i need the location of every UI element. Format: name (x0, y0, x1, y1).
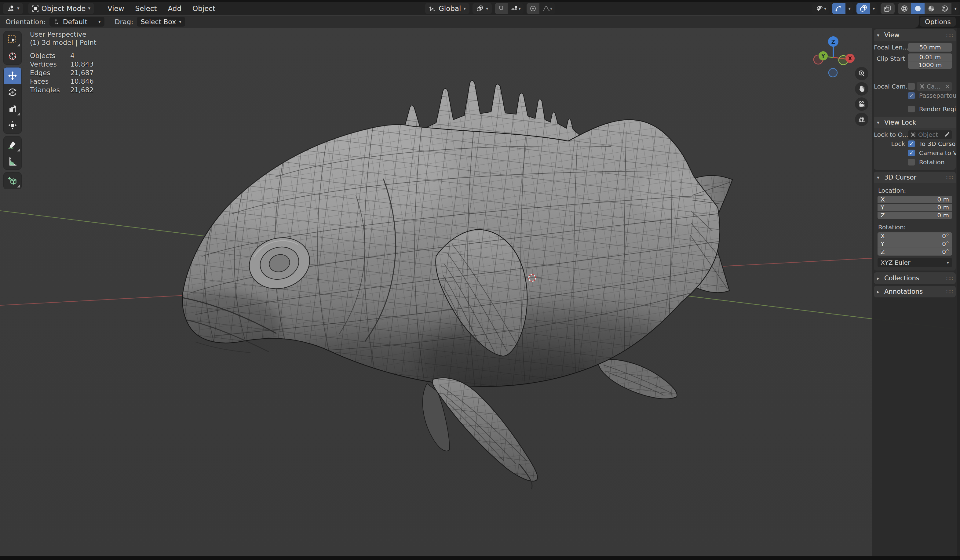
panel-3d-cursor-title: 3D Cursor (884, 174, 916, 181)
eyedropper-icon[interactable] (944, 132, 950, 138)
local-camera-label: Local Cam... (874, 83, 908, 90)
cursor-rotation-x[interactable]: X0° (878, 232, 952, 240)
tool-move[interactable] (4, 67, 21, 84)
cursor-rotation-y[interactable]: Y0° (878, 240, 952, 248)
gizmo-neg-z[interactable] (829, 69, 837, 77)
tool-annotate[interactable] (4, 136, 21, 153)
tool-add-cube[interactable] (4, 173, 21, 189)
chevron-down-icon: ▾ (486, 6, 488, 11)
xray-toggle[interactable] (881, 3, 894, 14)
header-center-cluster: Global ▾ ▾ (425, 3, 555, 14)
clip-start-field[interactable]: 0.01 m (908, 53, 952, 61)
local-camera-field: Ca... ✕ (917, 82, 952, 91)
tool-settings-main: Orientation: Default ▾ Drag: Select Box … (0, 16, 919, 28)
menu-select[interactable]: Select (130, 5, 163, 13)
overlays-settings-dropdown[interactable]: ▾ (870, 3, 878, 14)
camera-data-icon (919, 84, 925, 89)
object-data-icon (910, 132, 916, 138)
tool-measure[interactable] (4, 153, 21, 170)
gizmo-settings-dropdown[interactable]: ▾ (845, 3, 853, 14)
tool-cursor[interactable] (4, 48, 21, 64)
tool-scale[interactable] (4, 101, 21, 117)
drag-label: Drag: (115, 18, 133, 26)
drag-dropdown[interactable]: Select Box ▾ (137, 17, 185, 27)
transform-tool-icon (7, 120, 18, 130)
falloff-dropdown[interactable]: ▾ (539, 3, 555, 14)
lock-label: Lock (874, 140, 908, 147)
focal-length-field[interactable]: 50 mm (908, 43, 952, 51)
menu-view[interactable]: View (102, 5, 130, 13)
panel-annotations-title: Annotations (884, 288, 923, 295)
navigation-gizmo[interactable]: Y X Z (807, 32, 859, 83)
camera-view-button[interactable] (855, 98, 868, 111)
stat-row: Faces10,846 (30, 77, 94, 86)
panel-collections-header[interactable]: ▸ Collections ∷∷ (874, 272, 956, 284)
panel-grip-icon[interactable]: ∷∷ (946, 288, 953, 295)
cursor-location-z[interactable]: Z0 m (878, 211, 952, 219)
panel-view-lock-header[interactable]: ▾ View Lock (874, 117, 956, 128)
fish-model (147, 73, 751, 507)
local-camera-checkbox[interactable] (908, 83, 915, 90)
panel-view-header[interactable]: ▾ View ∷∷ (874, 29, 956, 41)
orientation-default-dropdown[interactable]: Default ▾ (50, 17, 104, 27)
shading-material-icon (927, 5, 935, 13)
zoom-button[interactable] (855, 67, 868, 80)
clip-end-field[interactable]: 1000 m (908, 61, 952, 69)
cursor-location-label: Location: (874, 185, 956, 195)
panel-3d-cursor-header[interactable]: ▾ 3D Cursor ∷∷ (874, 171, 956, 183)
passepartout-checkbox[interactable]: ✓ (908, 92, 915, 99)
shading-rendered-icon (941, 5, 949, 13)
tool-rotate[interactable] (4, 84, 21, 101)
render-region-label: Render Regi... (919, 106, 956, 113)
hand-icon (858, 85, 866, 93)
lock-rotation-label: Rotation (919, 158, 945, 166)
cursor-location-x[interactable]: X0 m (878, 196, 952, 203)
lock-3d-cursor-checkbox[interactable]: ✓ (908, 141, 915, 147)
lock-to-object-field[interactable]: Object (908, 130, 952, 139)
snap-toggle[interactable] (495, 3, 508, 14)
shading-settings-dropdown[interactable]: ▾ (952, 3, 959, 14)
header-right-cluster: ▾ ▾ (809, 3, 959, 14)
options-button[interactable]: Options (920, 17, 956, 27)
panel-grip-icon[interactable]: ∷∷ (946, 32, 953, 38)
mode-dropdown[interactable]: Object Mode ▾ (28, 3, 94, 14)
render-region-checkbox[interactable] (908, 106, 915, 112)
panel-grip-icon[interactable]: ∷∷ (946, 174, 953, 181)
tool-select-box[interactable] (4, 32, 21, 48)
menu-object[interactable]: Object (187, 5, 221, 13)
snap-settings-dropdown[interactable]: ▾ (508, 3, 523, 14)
menu-add[interactable]: Add (163, 5, 187, 13)
show-gizmo-toggle[interactable] (832, 3, 845, 14)
chevron-right-icon: ▸ (877, 275, 884, 281)
shading-solid-button[interactable] (911, 3, 925, 14)
viewport-3d[interactable]: User Perspective (1) 3d model | Point Ob… (0, 28, 960, 556)
shading-wireframe-button[interactable] (898, 3, 911, 14)
transform-orientation-dropdown[interactable]: Global ▾ (425, 3, 469, 14)
clear-camera-icon[interactable]: ✕ (946, 83, 950, 90)
panel-annotations-header[interactable]: ▸ Annotations ∷∷ (874, 286, 956, 298)
clip-start-label: Clip Start (874, 53, 908, 62)
svg-text:Y: Y (821, 53, 825, 59)
show-overlays-toggle[interactable] (856, 3, 870, 14)
lock-rotation-checkbox[interactable] (908, 159, 915, 165)
blender-window: ▾ Object Mode ▾ View Select Add Object (0, 0, 960, 560)
sidebar-scrollbar[interactable] (957, 28, 960, 556)
proportional-edit-toggle[interactable] (526, 3, 539, 14)
pivot-point-dropdown[interactable]: ▾ (472, 3, 492, 14)
visibility-dropdown[interactable]: ▾ (812, 3, 829, 14)
grid-toggle-button[interactable] (855, 113, 868, 126)
panel-grip-icon[interactable]: ∷∷ (946, 275, 953, 282)
camera-to-view-checkbox[interactable]: ✓ (908, 150, 915, 156)
chevron-down-icon: ▾ (947, 261, 949, 265)
shading-material-button[interactable] (925, 3, 938, 14)
shading-rendered-button[interactable] (938, 3, 952, 14)
magnet-icon (498, 5, 505, 12)
pivot-point-icon (476, 5, 483, 12)
editor-type-button[interactable]: ▾ (3, 3, 23, 14)
euler-order-dropdown[interactable]: XYZ Euler ▾ (878, 258, 952, 267)
chevron-down-icon: ▾ (518, 6, 521, 11)
cursor-rotation-z[interactable]: Z0° (878, 248, 952, 256)
tool-transform[interactable] (4, 117, 21, 133)
cursor-location-y[interactable]: Y0 m (878, 204, 952, 211)
pan-button[interactable] (855, 82, 868, 96)
